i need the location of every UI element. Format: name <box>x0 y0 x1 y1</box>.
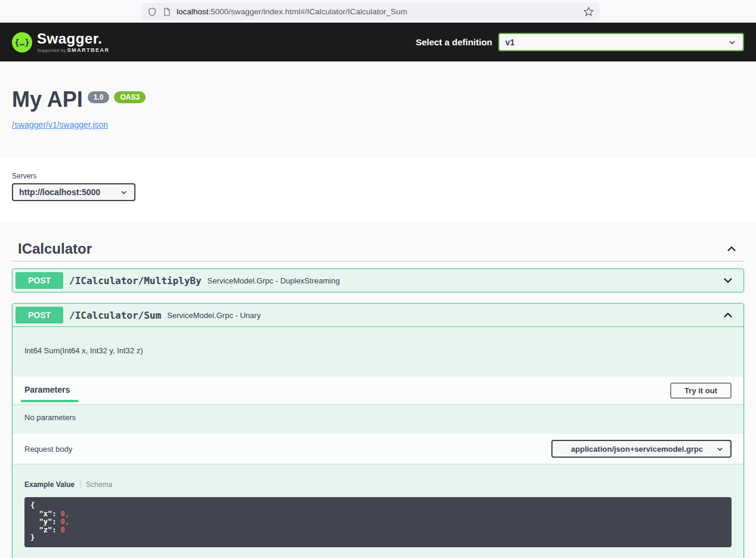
logo-subtitle: Supported by SMARTBEAR <box>37 47 110 53</box>
swagger-logo: {…} Swagger. Supported by SMARTBEAR <box>12 32 110 53</box>
logo-sub-brand: SMARTBEAR <box>67 47 110 53</box>
api-title: My API <box>12 88 83 112</box>
model-tabs: Example Value Schema <box>24 480 732 489</box>
example-section: Example Value Schema { "x": 0, "y": 0, "… <box>13 464 743 558</box>
opblock-sum-summary[interactable]: POST /ICalculator/Sum ServiceModel.Grpc … <box>13 304 743 327</box>
tab-example-value[interactable]: Example Value <box>24 480 75 489</box>
opblock-sum-body: Int64 Sum(Int64 x, Int32 y, Int32 z) Par… <box>13 327 743 558</box>
logo-glyph: {…} <box>14 38 29 47</box>
method-badge-post: POST <box>16 272 63 289</box>
logo-title: Swagger. <box>37 32 110 46</box>
page-icon[interactable] <box>162 7 171 17</box>
op-description: ServiceModel.Grpc - Unary <box>167 311 261 320</box>
chevron-down-icon[interactable] <box>715 274 740 287</box>
definition-select-value: v1 <box>505 38 727 47</box>
tag-header-icalculator[interactable]: ICalculator <box>12 237 744 261</box>
version-badge: 1.0 <box>88 91 110 103</box>
media-type-select[interactable]: application/json+servicemodel.grpc <box>551 440 732 458</box>
tab-divider <box>80 480 81 489</box>
info-section: My API 1.0 OAS3 /swagger/v1/swagger.json <box>0 61 756 157</box>
code-close-brace: } <box>30 534 35 542</box>
logo-sub-prefix: Supported by <box>37 48 67 53</box>
parameters-header: Parameters Try it out <box>13 377 743 404</box>
servers-label: Servers <box>12 172 744 180</box>
swagger-logo-icon: {…} <box>12 32 32 53</box>
example-code-block: { "x": 0, "y": 0, "z": 0 } <box>24 497 732 547</box>
code-open-brace: { <box>30 501 35 510</box>
no-parameters-text: No parameters <box>13 404 743 434</box>
server-select[interactable]: http://localhost:5000 <box>12 183 135 201</box>
method-badge-post: POST <box>16 307 63 323</box>
code-line: "y": 0, <box>30 517 69 526</box>
try-it-out-button[interactable]: Try it out <box>670 383 732 399</box>
url-path: :5000/swagger/index.html#/ICalculator/IC… <box>208 7 407 16</box>
chevron-up-icon[interactable] <box>725 242 738 255</box>
select-definition-label: Select a definition <box>416 37 492 47</box>
request-body-label: Request body <box>24 445 72 454</box>
request-body-header: Request body application/json+servicemod… <box>13 434 743 464</box>
address-bar[interactable]: localhost:5000/swagger/index.html#/ICalc… <box>141 3 600 20</box>
op-description: ServiceModel.Grpc - DuplexStreaming <box>208 276 340 285</box>
tab-parameters[interactable]: Parameters <box>24 377 72 404</box>
url-host: localhost <box>177 7 208 16</box>
media-type-value: application/json+servicemodel.grpc <box>558 445 715 454</box>
spec-json-link[interactable]: /swagger/v1/swagger.json <box>12 120 108 130</box>
op-path: /ICalculator/Sum <box>69 310 161 321</box>
code-line: "x": 0, <box>30 510 69 518</box>
oas3-badge: OAS3 <box>114 91 146 103</box>
url-text[interactable]: localhost:5000/swagger/index.html#/ICalc… <box>177 7 579 16</box>
operation-signature: Int64 Sum(Int64 x, Int32 y, Int32 z) <box>13 327 743 377</box>
code-line: "z": 0 <box>30 526 65 534</box>
browser-toolbar: localhost:5000/swagger/index.html#/ICalc… <box>0 0 756 23</box>
server-select-value: http://localhost:5000 <box>19 187 119 197</box>
op-path: /ICalculator/MultiplyBy <box>69 275 202 286</box>
definition-select[interactable]: v1 <box>498 33 744 51</box>
swagger-topbar: {…} Swagger. Supported by SMARTBEAR Sele… <box>0 23 756 61</box>
shield-icon[interactable] <box>147 7 157 17</box>
opblock-multiplyby-summary[interactable]: POST /ICalculator/MultiplyBy ServiceMode… <box>13 269 743 292</box>
tab-schema[interactable]: Schema <box>86 480 112 489</box>
chevron-down-icon <box>119 188 128 197</box>
chevron-down-icon <box>715 445 724 454</box>
opblock-multiplyby: POST /ICalculator/MultiplyBy ServiceMode… <box>12 269 744 292</box>
servers-section: Servers http://localhost:5000 <box>0 157 756 222</box>
operations-section: ICalculator POST /ICalculator/MultiplyBy… <box>0 222 756 558</box>
opblock-sum: POST /ICalculator/Sum ServiceModel.Grpc … <box>12 303 744 558</box>
chevron-down-icon <box>727 38 737 47</box>
chevron-up-icon[interactable] <box>715 309 740 322</box>
tag-title: ICalculator <box>18 241 92 257</box>
bookmark-star-icon[interactable] <box>584 7 594 17</box>
